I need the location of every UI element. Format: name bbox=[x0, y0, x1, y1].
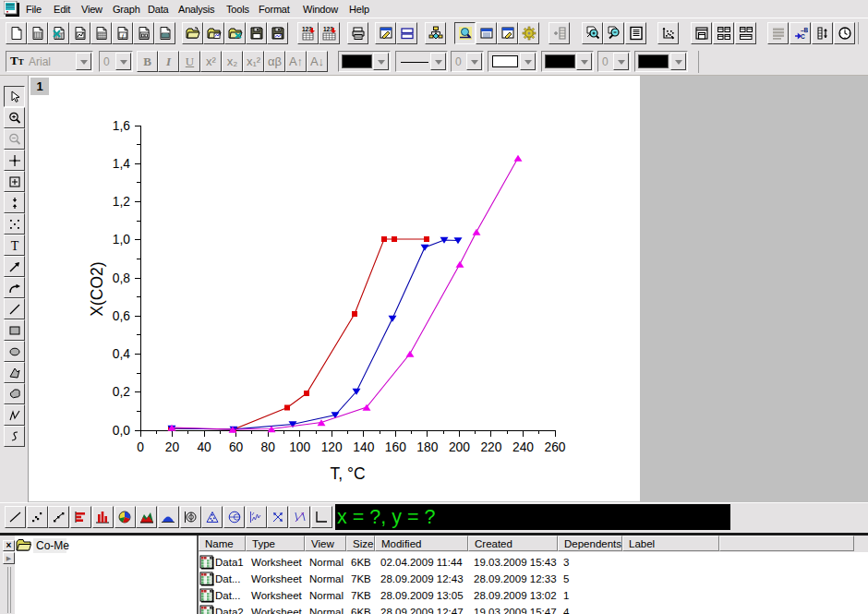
svg-text:0,8: 0,8 bbox=[113, 271, 131, 285]
svg-text:140: 140 bbox=[353, 440, 374, 454]
svg-text:–B: –B bbox=[801, 27, 808, 33]
svg-text:1,2: 1,2 bbox=[113, 195, 130, 209]
svg-text:1,6: 1,6 bbox=[113, 119, 131, 133]
svg-text:100: 100 bbox=[289, 440, 310, 454]
svg-text:T, °C: T, °C bbox=[330, 464, 365, 483]
svg-text:0,2: 0,2 bbox=[113, 385, 130, 399]
svg-text:X(CO2): X(CO2) bbox=[88, 261, 106, 316]
svg-text:180: 180 bbox=[416, 440, 438, 454]
svg-text:260: 260 bbox=[544, 440, 565, 454]
svg-text:0,0: 0,0 bbox=[113, 424, 131, 438]
svg-text:0: 0 bbox=[137, 440, 144, 454]
svg-text:T: T bbox=[10, 239, 18, 253]
svg-text:1,4: 1,4 bbox=[113, 157, 131, 171]
svg-text:0,6: 0,6 bbox=[113, 309, 131, 323]
svg-text:80: 80 bbox=[261, 440, 276, 454]
svg-text:0,4: 0,4 bbox=[113, 347, 131, 361]
svg-text:120: 120 bbox=[321, 440, 343, 454]
svg-text:240: 240 bbox=[512, 440, 534, 454]
svg-text:40: 40 bbox=[197, 440, 211, 454]
svg-text:220: 220 bbox=[480, 440, 501, 454]
svg-text:1,0: 1,0 bbox=[113, 233, 131, 247]
svg-text:160: 160 bbox=[385, 440, 406, 454]
svg-text:60: 60 bbox=[229, 440, 244, 454]
svg-text:C: C bbox=[801, 33, 805, 40]
svg-text:200: 200 bbox=[449, 440, 470, 454]
svg-text:20: 20 bbox=[165, 440, 180, 454]
